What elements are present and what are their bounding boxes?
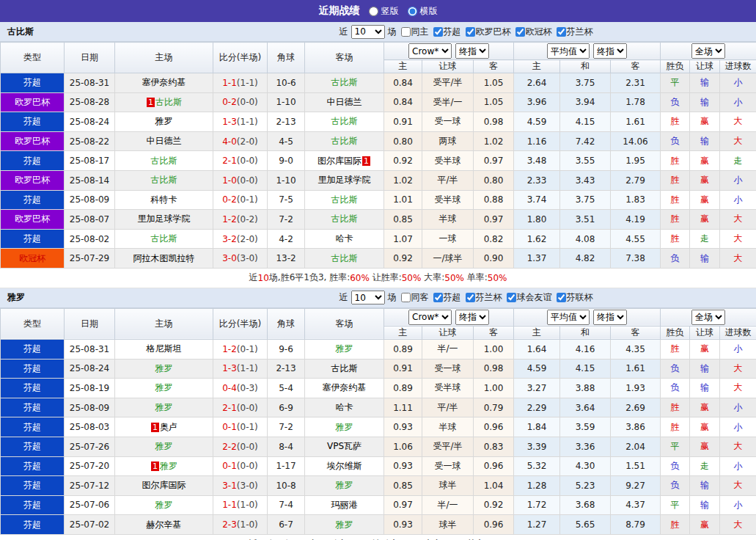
team-name: 雅罗 (336, 519, 353, 530)
corners: 7-5 (268, 190, 305, 210)
league-checkbox[interactable] (515, 27, 525, 37)
league-checkbox[interactable] (433, 27, 443, 37)
away-team: 古比斯 (305, 249, 384, 269)
avg-final-select[interactable]: 终指 (593, 310, 627, 325)
league-filter-option[interactable]: 芬超 (433, 291, 461, 304)
odds-company-select[interactable]: Crow* (408, 43, 452, 59)
avg-draw: 3.75 (560, 190, 611, 210)
league-badge: 芬超 (1, 73, 65, 93)
avg-final-select[interactable]: 终指 (593, 43, 627, 59)
team-name: 雅罗 (160, 461, 177, 471)
corners: 4-2 (268, 229, 305, 249)
recent-count-select[interactable]: 10 (351, 291, 385, 304)
odds-away: 1.00 (474, 379, 514, 398)
same-venue-option[interactable]: 同客 (401, 291, 429, 304)
full-match-select[interactable]: 全场 (691, 43, 725, 59)
avg-source-select[interactable]: 平均值 (547, 43, 590, 59)
halftime-score: (1-1) (237, 78, 258, 88)
team-name: 哈卡 (336, 233, 353, 244)
odds-final-select[interactable]: 终指 (455, 43, 489, 59)
team-name-heading: 古比斯 (0, 26, 176, 38)
result-goals: 小 (720, 92, 756, 112)
avg-home: 1.84 (514, 417, 560, 437)
result-goals: 小 (720, 170, 756, 190)
fulltime-score: 2-1 (222, 156, 237, 166)
odds-home: 1.01 (384, 190, 422, 210)
filter-bar: 近 10 场 同主 芬超 欧罗巴杯 欧冠杯 芬兰杯 (176, 25, 756, 39)
halftime-score: (1-0) (237, 500, 258, 510)
result-handicap: 赢 (690, 170, 720, 190)
league-badge: 欧罗巴杯 (1, 131, 65, 151)
score-cell: 0-1(0-0) (213, 456, 268, 476)
avg-draw: 4.30 (560, 456, 611, 476)
league-filter-option[interactable]: 球会友谊 (507, 291, 552, 304)
same-venue-option[interactable]: 同主 (401, 26, 429, 38)
avg-home: 1.62 (514, 229, 560, 249)
summary-segment: 场,胜6平1负3, 胜率: (269, 271, 350, 284)
col-result-outcome: 胜负 (661, 326, 690, 339)
league-checkbox[interactable] (466, 27, 475, 37)
col-result-handicap: 让球 (690, 60, 720, 73)
league-filter-option[interactable]: 芬联杯 (557, 291, 593, 304)
league-filter-option[interactable]: 芬兰杯 (557, 26, 593, 38)
same-venue-checkbox[interactable] (401, 27, 411, 37)
avg-away: 2.69 (611, 398, 661, 417)
league-checkbox[interactable] (466, 293, 475, 302)
home-team: 古比斯 (115, 229, 213, 249)
table-row: 芬超25-08-02古比斯3-2(2-0)4-2哈卡1.07一球0.821.62… (1, 229, 756, 249)
odds-home: 0.89 (384, 379, 422, 398)
vertical-layout-label: 竖版 (381, 5, 399, 18)
team-name: 里加足球学院 (138, 214, 191, 224)
title-bar: 近期战绩 竖版 横版 (0, 0, 756, 22)
col-avg-home: 主 (514, 60, 560, 73)
result-goals: 小 (720, 398, 756, 417)
league-checkbox[interactable] (557, 293, 566, 302)
league-filter-option[interactable]: 芬超 (433, 26, 461, 38)
league-checkbox[interactable] (507, 293, 516, 302)
vertical-layout-option[interactable]: 竖版 (369, 5, 399, 18)
avg-away: 1.93 (611, 379, 661, 398)
avg-source-select[interactable]: 平均值 (547, 310, 590, 325)
col-date: 日期 (65, 308, 115, 339)
home-team: 1奥卢 (115, 417, 213, 437)
result-goals: 小 (720, 417, 756, 437)
same-venue-checkbox[interactable] (401, 293, 411, 302)
corners: 13-2 (268, 249, 305, 269)
avg-draw: 3.94 (560, 92, 611, 112)
avg-home: 1.80 (514, 210, 560, 230)
odds-final-select[interactable]: 终指 (455, 310, 489, 325)
horizontal-layout-radio[interactable] (408, 7, 417, 16)
odds-handicap: 半/一 (422, 339, 474, 359)
league-checkbox[interactable] (433, 293, 443, 302)
halftime-score: (0-3) (237, 383, 258, 393)
league-checkbox[interactable] (557, 27, 566, 37)
result-goals: 大 (720, 437, 756, 456)
fulltime-score: 1-0 (222, 175, 237, 186)
avg-away: 7.38 (611, 249, 661, 269)
result-goals: 大 (720, 112, 756, 132)
vertical-layout-radio[interactable] (369, 7, 378, 16)
col-avg-draw: 和 (560, 326, 611, 339)
odds-handicap: 受半/一 (422, 92, 474, 112)
avg-home: 2.33 (514, 170, 560, 190)
score-cell: 1-1(1-0) (213, 495, 268, 515)
odds-company-select[interactable]: Crow* (408, 310, 452, 325)
halftime-score: (1-1) (237, 117, 258, 127)
team-name: 塞伊奈约基 (142, 77, 186, 87)
team-name: 古比斯 (331, 363, 358, 373)
avg-home: 3.74 (514, 190, 560, 210)
odds-away: 1.05 (474, 73, 514, 93)
match-date: 25-07-12 (65, 476, 115, 496)
halftime-score: (0-0) (237, 442, 258, 452)
league-filter-option[interactable]: 欧罗巴杯 (466, 26, 511, 38)
recent-count-select[interactable]: 10 (351, 25, 385, 39)
odds-away: 0.98 (474, 112, 514, 132)
avg-draw: 3.55 (560, 151, 611, 171)
horizontal-layout-option[interactable]: 横版 (408, 5, 438, 18)
full-match-select[interactable]: 全场 (691, 310, 725, 325)
away-team: 雅罗 (305, 476, 384, 496)
team-name: 古比斯 (331, 253, 358, 263)
league-filter-option[interactable]: 芬兰杯 (466, 291, 502, 304)
league-filter-option[interactable]: 欧冠杯 (515, 26, 552, 38)
team-name: 雅罗 (155, 500, 173, 510)
